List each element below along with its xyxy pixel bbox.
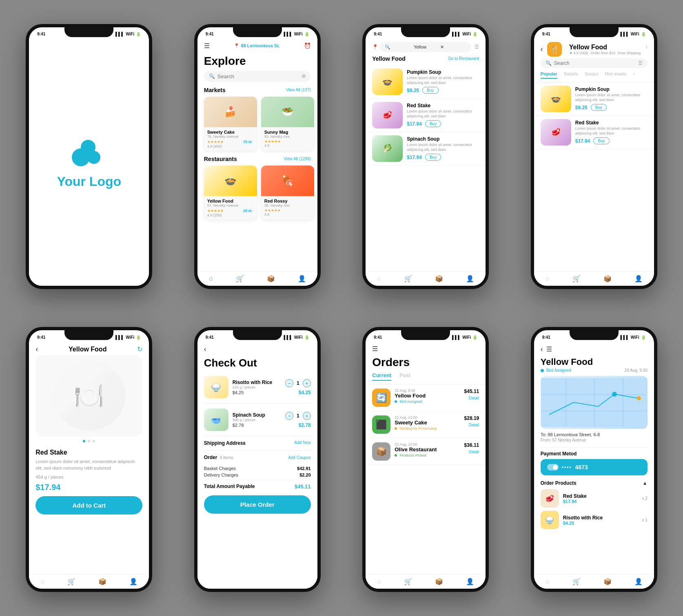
order-item-sweety[interactable]: ⬛ 22 Aug, 12:00 Sweety Cake Waiting for … — [366, 411, 486, 438]
sweety-img: 🍰 — [204, 97, 257, 127]
filter-icon[interactable]: ⚙ — [302, 73, 306, 79]
home-nav-8[interactable]: ⌂ — [546, 578, 550, 585]
yellow-distance: 25 m — [241, 208, 254, 213]
orders-nav-8[interactable]: 📦 — [603, 578, 612, 585]
tab-current[interactable]: Current — [372, 372, 391, 381]
cart-nav-8[interactable]: 🛒 — [572, 578, 581, 585]
orders-nav-5[interactable]: 📦 — [98, 578, 106, 585]
product-price: $17.94 — [35, 483, 60, 492]
refresh-icon[interactable]: ↻ — [137, 345, 142, 353]
orders-nav-3[interactable]: 📦 — [435, 275, 443, 283]
cart-nav-4[interactable]: 🛒 — [572, 275, 581, 283]
checkout-item-spinach[interactable]: 🥣 Spinach Soup 300 g / pieces $2.78 − 1 … — [197, 405, 317, 434]
rest-card-yellow[interactable]: 🍲 Yellow Food 57, Nevsky Avenue ★★★★★ 25… — [204, 166, 257, 220]
tab-popular[interactable]: Popular — [541, 71, 557, 79]
home-nav-4[interactable]: ⌂ — [546, 275, 550, 283]
status-bar-6: 9:41 ▌▌▌ WiFi 🔋 — [197, 330, 317, 342]
rest-steak-buy[interactable]: Buy — [593, 137, 609, 144]
shipping-row: Shipping Address Add New — [197, 438, 317, 448]
profile-nav[interactable]: 👤 — [298, 275, 306, 283]
profile-nav-5[interactable]: 👤 — [129, 578, 137, 585]
order-product-steak[interactable]: 🥩 Red Stake $17.94 x 2 — [541, 489, 648, 508]
filter-icon-4[interactable]: ☰ — [638, 60, 643, 66]
delivery-row: Delivery Charges $2.20 — [197, 472, 317, 478]
orders-nav[interactable]: 📦 — [267, 275, 275, 283]
market-card-sweety[interactable]: 🍰 Sweety Cake 70, Nevsky Avenue ★★★★★ 75… — [204, 97, 257, 151]
spinach-buy-btn[interactable]: Buy — [425, 154, 441, 161]
yellow-detail-btn[interactable]: Detail — [469, 396, 479, 400]
total-row: Total Amount Payable $45.11 — [197, 482, 317, 491]
qty-plus-risotto[interactable]: + — [303, 379, 311, 387]
add-new-btn[interactable]: Add New — [294, 440, 311, 446]
chevron-up-icon[interactable]: ▲ — [643, 480, 648, 486]
profile-nav-4[interactable]: 👤 — [634, 275, 643, 283]
checkout-header: ‹ — [197, 342, 317, 355]
status-icons-7: ▌▌▌ WiFi 🔋 — [452, 335, 477, 340]
search-input-bar-3[interactable]: 🔍 Yellow ✕ — [380, 42, 471, 52]
rest-search-input[interactable] — [554, 60, 638, 66]
orders-nav-7[interactable]: 📦 — [435, 578, 443, 585]
menu-icon-7[interactable]: ☰ — [372, 345, 378, 353]
phone-5: 9:41 ▌▌▌ WiFi 🔋 ‹ Yellow Food ↻ 🍽️ — [26, 327, 152, 592]
signal-icon: ▌▌▌ — [115, 32, 124, 36]
payment-label: Payment Metod — [541, 451, 648, 457]
signal-4: ▌▌▌ — [620, 32, 629, 36]
qty-minus-risotto[interactable]: − — [285, 379, 293, 387]
home-nav-5[interactable]: ⌂ — [40, 578, 44, 585]
rest-food-pumpkin[interactable]: 🍲 Pumpkin Soup Lorem ipsum dolor sit ame… — [534, 82, 654, 116]
order-item-yellow[interactable]: 🔄 22 Aug, 9:30 Yellow Food Bird Assigned… — [366, 384, 486, 411]
search-bar-2[interactable]: 🔍 ⚙ — [204, 71, 311, 82]
back-btn-4[interactable]: ‹ — [541, 45, 543, 53]
cart-nav-5[interactable]: 🛒 — [67, 578, 75, 585]
order-item-olive[interactable]: 📦 22 Aug, 12:00 Olive Restaurant Product… — [366, 438, 486, 465]
rest-search[interactable]: 🔍 ☰ — [541, 58, 648, 68]
cart-nav-3[interactable]: 🛒 — [404, 275, 412, 283]
rest-card-red[interactable]: 🍖 Red Rossy 38, Nevsky Ave. ★★★★★ 4.8 — [261, 166, 314, 220]
card-toggle[interactable] — [547, 464, 559, 470]
qty-minus-spinach[interactable]: − — [285, 412, 293, 420]
profile-nav-8[interactable]: 👤 — [634, 578, 643, 585]
market-card-sunny[interactable]: 🥗 Sunny Mag 93, Nevsky Ave. ★★★★★ 4.9 — [261, 97, 314, 151]
food-item-spinach[interactable]: 🥬 Spinach Soup Lorem ipsum dolor sit ame… — [366, 132, 486, 166]
clear-btn[interactable]: ✕ — [440, 44, 467, 50]
status-bar-4: 9:41 ▌▌▌ WiFi 🔋 — [534, 27, 654, 39]
order-product-risotto[interactable]: 🍚 Risotto with Rice $4.25 x 1 — [541, 511, 648, 529]
qty-plus-spinach[interactable]: + — [303, 412, 311, 420]
place-order-btn[interactable]: Place Order — [204, 495, 311, 514]
tab-soups[interactable]: Soups — [585, 71, 599, 79]
tab-hot[interactable]: Hot meals — [605, 71, 627, 79]
tab-salads[interactable]: Salads — [564, 71, 578, 79]
pumpkin-buy-btn[interactable]: Buy — [422, 87, 438, 94]
food-item-pumpkin[interactable]: 🍲 Pumpkin Soup Lorem ipsum dolor sit ame… — [366, 65, 486, 99]
add-to-cart-btn[interactable]: Add to Cart — [35, 496, 142, 514]
menu-icon[interactable]: ☰ — [204, 42, 210, 50]
add-coupon[interactable]: Add Coupon — [288, 455, 311, 460]
back-btn-8[interactable]: ‹ — [541, 345, 543, 353]
food-item-steak[interactable]: 🥩 Red Stake Lorem ipsum dolor sit amet, … — [366, 99, 486, 132]
profile-nav-7[interactable]: 👤 — [466, 578, 474, 585]
olive-detail-btn[interactable]: Detail — [469, 450, 479, 454]
cart-nav-7[interactable]: 🛒 — [404, 578, 412, 585]
sweety-detail-btn[interactable]: Detail — [469, 423, 479, 427]
search-input-2[interactable] — [217, 73, 302, 79]
orders-nav-4[interactable]: 📦 — [603, 275, 612, 283]
delivery-label: Delivery Charges — [204, 472, 238, 477]
rest-pumpkin-buy[interactable]: Buy — [591, 104, 607, 111]
goto-restaurant[interactable]: Go to Restaurant — [448, 56, 479, 61]
markets-view-all[interactable]: View All (137) — [286, 88, 311, 92]
tab-more[interactable]: › — [633, 71, 634, 79]
home-nav[interactable]: ⌂ — [209, 275, 213, 283]
steak-buy-btn[interactable]: Buy — [425, 120, 441, 127]
back-btn-6[interactable]: ‹ — [204, 345, 206, 353]
rest-food-steak[interactable]: 🥩 Red Stake Lorem ipsum dolor sit amet, … — [534, 116, 654, 149]
tab-past[interactable]: Past — [399, 372, 410, 381]
cart-nav[interactable]: 🛒 — [236, 275, 244, 283]
markets-header: Markets View All (137) — [197, 87, 317, 97]
home-nav-3[interactable]: ⌂ — [377, 275, 381, 283]
checkout-item-risotto[interactable]: 🍚 Risotto with Rice 310 g / pieces $4.25… — [197, 373, 317, 402]
filter-icon-3[interactable]: ☰ — [475, 44, 479, 50]
restaurants-view-all[interactable]: View All (1298) — [284, 157, 311, 161]
home-nav-7[interactable]: ⌂ — [377, 578, 381, 585]
menu-icon-8[interactable]: ☰ — [546, 345, 552, 353]
profile-nav-3[interactable]: 👤 — [466, 275, 474, 283]
